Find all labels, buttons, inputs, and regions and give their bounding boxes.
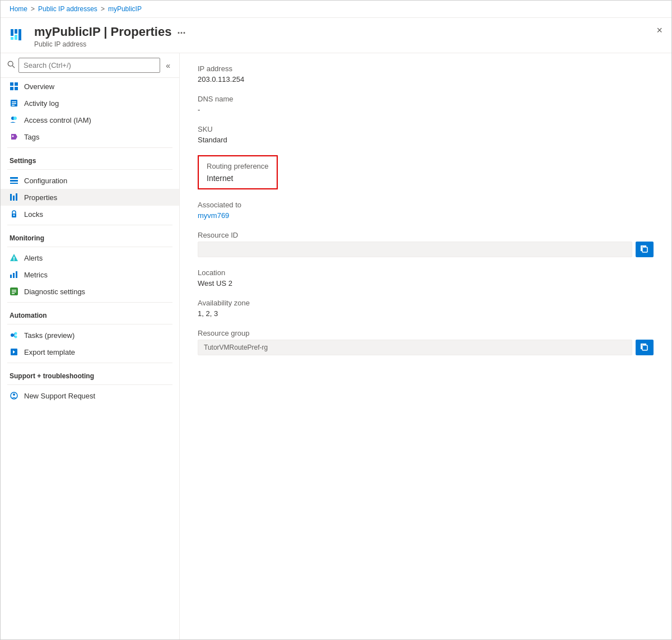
search-input[interactable]	[18, 58, 160, 73]
resource-id-row	[198, 242, 654, 257]
properties-icon	[10, 193, 18, 202]
sidebar-label-export: Export template	[24, 348, 75, 356]
svg-point-37	[11, 333, 14, 337]
alerts-icon	[10, 253, 18, 262]
support-icon	[10, 391, 18, 400]
sidebar-label-configuration: Configuration	[24, 177, 67, 185]
sidebar-label-support: New Support Request	[24, 392, 95, 400]
section-monitoring: Monitoring	[1, 228, 179, 244]
svg-point-18	[12, 136, 14, 137]
sidebar-item-alerts[interactable]: Alerts	[1, 249, 179, 266]
sidebar-label-metrics: Metrics	[24, 271, 48, 279]
svg-rect-46	[642, 247, 647, 252]
sidebar-label-alerts: Alerts	[24, 254, 43, 262]
sidebar-label-overview: Overview	[24, 82, 54, 91]
breadcrumb-sep1: >	[31, 5, 35, 13]
svg-rect-4	[18, 29, 21, 40]
value-location: West US 2	[198, 279, 654, 287]
breadcrumb-sep2: >	[101, 5, 105, 13]
breadcrumb-home[interactable]: Home	[10, 5, 27, 13]
sidebar-item-tags[interactable]: Tags	[1, 128, 179, 145]
sidebar-label-properties: Properties	[24, 193, 57, 202]
sidebar-item-export[interactable]: Export template	[1, 344, 179, 360]
svg-point-5	[8, 61, 13, 66]
divider-settings	[7, 147, 172, 148]
field-dns-name: DNS name -	[198, 95, 654, 114]
svg-rect-14	[12, 105, 15, 106]
value-ip-address: 203.0.113.254	[198, 75, 654, 84]
divider-monitoring	[7, 225, 172, 225]
field-resource-group: Resource group	[198, 329, 654, 355]
page-title: myPublicIP | Properties ···	[34, 25, 662, 39]
tasks-icon	[10, 331, 18, 340]
value-availability-zone: 1, 2, 3	[198, 309, 654, 318]
section-settings: Settings	[1, 150, 179, 167]
svg-rect-32	[16, 271, 17, 278]
svg-rect-34	[12, 290, 16, 291]
svg-rect-2	[15, 29, 17, 34]
svg-rect-8	[15, 82, 18, 86]
breadcrumb: Home > Public IP addresses > myPublicIP	[10, 5, 142, 13]
label-associated-to: Associated to	[198, 201, 654, 209]
svg-point-16	[13, 117, 17, 120]
sidebar-item-properties[interactable]: Properties	[1, 189, 179, 206]
svg-rect-35	[12, 291, 16, 293]
sidebar-item-configuration[interactable]: Configuration	[1, 172, 179, 189]
resource-id-input[interactable]	[198, 242, 632, 257]
sidebar-item-metrics[interactable]: Metrics	[1, 266, 179, 283]
content-area: IP address 203.0.113.254 DNS name - SKU …	[180, 53, 671, 639]
section-automation: Automation	[1, 305, 179, 322]
sidebar-item-overview[interactable]: Overview	[1, 78, 179, 95]
copy-icon	[640, 245, 649, 254]
locks-icon	[10, 210, 18, 219]
section-support: Support + troubleshooting	[1, 365, 179, 382]
diagnostic-icon	[10, 287, 18, 296]
divider-support-bottom	[7, 384, 172, 385]
svg-point-26	[13, 215, 15, 216]
svg-rect-36	[12, 293, 15, 294]
field-sku: SKU Standard	[198, 125, 654, 144]
svg-point-38	[15, 332, 17, 335]
export-icon	[10, 347, 18, 356]
collapse-sidebar-button[interactable]: «	[164, 59, 172, 72]
svg-rect-30	[10, 275, 12, 278]
resource-group-input[interactable]	[198, 340, 632, 355]
svg-rect-3	[15, 35, 17, 40]
activity-log-icon	[10, 99, 18, 108]
label-sku: SKU	[198, 125, 654, 133]
svg-line-41	[14, 335, 15, 337]
svg-line-6	[12, 66, 15, 68]
sidebar-item-activity-log[interactable]: Activity log	[1, 95, 179, 112]
field-ip-address: IP address 203.0.113.254	[198, 64, 654, 84]
close-button[interactable]: ×	[656, 25, 662, 36]
field-associated-to: Associated to myvm769	[198, 201, 654, 220]
sidebar-item-support[interactable]: New Support Request	[1, 387, 179, 404]
iam-icon	[10, 115, 18, 124]
sidebar-label-activity-log: Activity log	[24, 99, 59, 108]
overview-icon	[10, 82, 18, 91]
sidebar-item-iam[interactable]: Access control (IAM)	[1, 112, 179, 128]
svg-rect-10	[15, 87, 18, 90]
svg-rect-1	[11, 37, 13, 40]
copy-resource-group-button[interactable]	[636, 340, 654, 355]
search-icon	[7, 61, 15, 70]
field-location: Location West US 2	[198, 268, 654, 287]
breadcrumb-current[interactable]: myPublicIP	[108, 5, 142, 13]
more-options-button[interactable]: ···	[177, 27, 185, 39]
svg-point-45	[13, 393, 15, 396]
sidebar-label-iam: Access control (IAM)	[24, 116, 91, 124]
divider-monitoring-bottom	[7, 247, 172, 247]
search-box: «	[1, 53, 179, 78]
sidebar-item-tasks[interactable]: Tasks (preview)	[1, 327, 179, 344]
configuration-icon	[10, 176, 18, 185]
sidebar-label-tags: Tags	[24, 133, 39, 141]
value-associated-to[interactable]: myvm769	[198, 211, 229, 220]
svg-point-29	[13, 259, 15, 261]
field-resource-id: Resource ID	[198, 231, 654, 257]
sidebar-item-diagnostic[interactable]: Diagnostic settings	[1, 283, 179, 300]
svg-rect-19	[10, 177, 18, 179]
sidebar-item-locks[interactable]: Locks	[1, 206, 179, 222]
copy-resource-id-button[interactable]	[636, 242, 654, 257]
sidebar-label-locks: Locks	[24, 210, 43, 219]
breadcrumb-public-ip[interactable]: Public IP addresses	[38, 5, 97, 13]
